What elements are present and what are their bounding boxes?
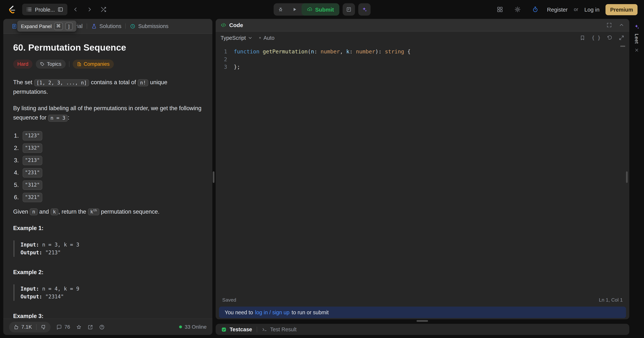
play-icon	[292, 7, 298, 12]
inline-code: n!	[138, 79, 148, 86]
banner-suffix: to run or submit	[292, 309, 329, 315]
list-item: 4."231"	[14, 167, 202, 179]
auto-toggle[interactable]: Auto	[260, 35, 274, 41]
list-item: 1."123"	[14, 130, 202, 142]
next-problem-button[interactable]	[84, 4, 96, 15]
timer-button[interactable]	[530, 4, 541, 15]
problem-list-button[interactable]: Proble...	[22, 4, 68, 15]
reset-code-icon[interactable]	[607, 35, 612, 41]
favorite-button[interactable]	[76, 324, 82, 330]
code-line[interactable]	[234, 56, 629, 63]
bookmark-icon[interactable]	[580, 35, 586, 41]
fullscreen-icon[interactable]	[606, 22, 612, 28]
stopwatch-icon	[532, 6, 538, 13]
tab-solutions[interactable]: Solutions	[87, 19, 126, 33]
leetcode-logo-icon[interactable]	[6, 5, 16, 14]
description-doc-icon	[12, 23, 17, 29]
notes-button[interactable]	[342, 3, 355, 16]
example-label: Example 3:	[13, 311, 202, 318]
expand-editor-icon[interactable]	[618, 35, 624, 41]
line-numbers: 123	[216, 48, 234, 71]
close-icon[interactable]	[634, 48, 639, 53]
submissions-history-icon	[130, 23, 136, 29]
extension-edge-widget: Leet	[629, 19, 644, 335]
login-signup-link[interactable]: log in / sign up	[255, 309, 290, 315]
topics-label: Topics	[47, 61, 62, 67]
topics-badge[interactable]: Topics	[36, 60, 66, 69]
random-problem-button[interactable]	[98, 4, 110, 15]
thumbs-up-icon	[13, 324, 19, 330]
tab-submissions[interactable]: Submissions	[126, 19, 172, 33]
debug-button[interactable]	[274, 3, 288, 16]
description-body: The set [1, 2, 3, ..., n] contains a tot…	[13, 78, 202, 318]
code-editor-panel: Code TypeScript Auto { }	[216, 19, 629, 319]
help-button[interactable]	[99, 324, 105, 330]
paragraph: Given n and k, return the kth permutatio…	[13, 207, 202, 216]
inline-code: kth	[88, 208, 99, 215]
tab-test-result[interactable]: Test Result	[262, 326, 296, 332]
inline-code: "132"	[22, 144, 42, 153]
edge-widget-label[interactable]: Leet	[634, 34, 639, 44]
share-button[interactable]	[87, 324, 93, 330]
chevron-down-icon	[248, 35, 253, 40]
comment-count: 76	[64, 324, 70, 330]
ai-assistant-button[interactable]	[358, 3, 370, 16]
editor-statusbar: Saved Ln 1, Col 1	[216, 295, 629, 304]
like-button[interactable]: 7.1K	[9, 321, 36, 332]
dot-separator-icon	[260, 37, 261, 39]
list-item: 6."321"	[14, 191, 202, 204]
top-navbar: Proble...	[0, 0, 644, 19]
prev-problem-button[interactable]	[70, 4, 82, 15]
sidebar-resize-handle-vertical[interactable]	[626, 171, 628, 183]
list-icon	[26, 7, 32, 12]
online-count: 33 Online	[184, 324, 207, 330]
submit-button[interactable]: Submit	[302, 3, 339, 16]
run-button[interactable]	[288, 3, 302, 16]
badge-divider	[69, 61, 69, 67]
tab-solutions-label: Solutions	[100, 23, 122, 29]
list-item: 2."132"	[14, 142, 202, 154]
panel-resize-handle-horizontal[interactable]	[416, 320, 428, 322]
problem-description: 60. Permutation Sequence Hard Topics Com…	[3, 34, 212, 318]
layout-button[interactable]	[494, 4, 506, 15]
leetcode-app: Proble...	[0, 0, 644, 338]
language-select[interactable]: TypeScript	[221, 35, 253, 41]
companies-badge[interactable]: Companies	[72, 60, 114, 69]
settings-button[interactable]	[512, 4, 523, 15]
collapse-chevron-up-icon[interactable]	[618, 22, 624, 28]
inline-code: "312"	[22, 181, 42, 190]
code-line[interactable]: function getPermutation(n: number, k: nu…	[234, 48, 629, 56]
premium-button[interactable]: Premium	[606, 4, 638, 15]
star-icon	[76, 324, 82, 330]
difficulty-badge[interactable]: Hard	[13, 60, 32, 69]
example-block: Input: n = 3, k = 3Output: "213"	[14, 240, 202, 257]
login-banner: You need to log in / sign up to run or s…	[219, 307, 626, 318]
navbar-left: Proble...	[6, 4, 110, 15]
code-header-icons	[606, 22, 624, 28]
example-label: Example 1:	[13, 224, 202, 233]
sparkles-icon	[362, 7, 367, 12]
monaco-editor[interactable]: 123 function getPermutation(n: number, k…	[216, 44, 629, 71]
format-code-icon[interactable]: { }	[592, 35, 601, 41]
dislike-button[interactable]	[36, 321, 50, 332]
code-tab[interactable]: Code	[221, 22, 243, 28]
sparkle-icon	[634, 24, 640, 30]
cloud-upload-icon	[307, 7, 313, 12]
shuffle-icon	[100, 6, 107, 13]
building-icon	[76, 62, 82, 67]
inline-code: "321"	[22, 193, 42, 202]
register-link[interactable]: Register	[547, 6, 568, 13]
tab-testcase[interactable]: Testcase	[221, 326, 252, 332]
panel-resize-handle-vertical[interactable]	[213, 171, 214, 183]
tag-icon	[40, 62, 45, 67]
chevron-right-icon	[86, 6, 93, 13]
comments-button[interactable]: 76	[56, 324, 70, 330]
debug-bug-icon	[278, 7, 284, 12]
code-line[interactable]: };	[234, 63, 629, 71]
chevron-left-icon	[72, 6, 79, 13]
submit-label: Submit	[315, 6, 334, 13]
login-link[interactable]: Log in	[584, 6, 600, 13]
like-count: 7.1K	[21, 324, 32, 330]
permutation-list: 1."123"2."132"3."213"4."231"5."312"6."32…	[14, 130, 202, 204]
code-panel-header: Code	[216, 19, 629, 32]
